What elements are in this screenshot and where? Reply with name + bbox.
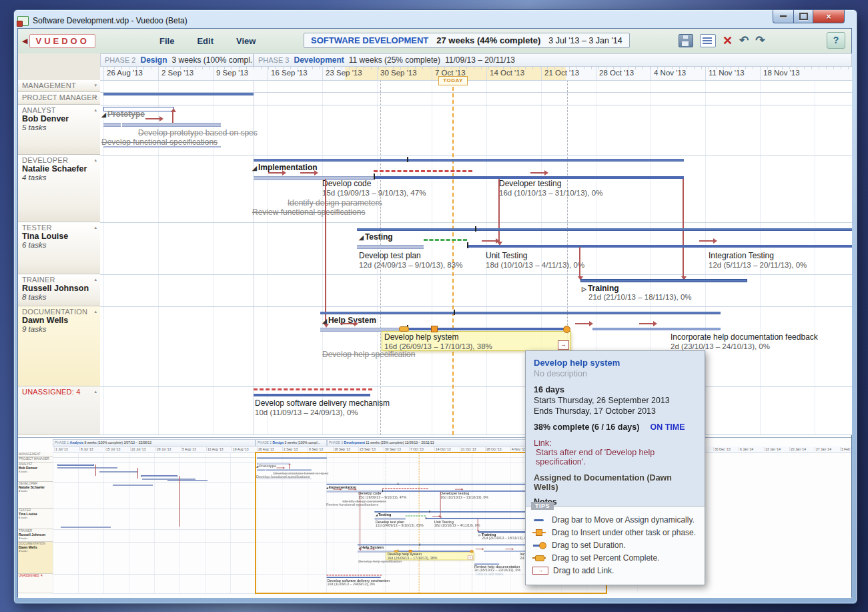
overview-sidebar-row: PROJECT MANAGER xyxy=(18,457,53,463)
tip-row: Drag to set Percent Complete. xyxy=(532,551,698,564)
dependency-line xyxy=(498,179,500,242)
chevron-up-icon[interactable]: ▴ xyxy=(94,389,97,394)
resource-task-count: 9 tasks xyxy=(22,325,96,333)
delete-icon[interactable]: ✕ xyxy=(723,35,733,47)
task-bar[interactable] xyxy=(580,279,747,282)
tooltip-status: ON TIME xyxy=(650,422,685,432)
overview-sidebar-row: TRAINERRussell Johnson8 tasks xyxy=(18,529,53,542)
overview-sidebar-row: MANAGEMENT xyxy=(18,452,53,457)
task-bar[interactable] xyxy=(357,228,852,230)
sidebar-row-analyst[interactable]: ANALYSTBob Denver5 tasks▴ xyxy=(18,105,100,155)
save-icon[interactable] xyxy=(679,34,693,47)
chevron-up-icon[interactable]: ▴ xyxy=(94,277,97,282)
task-bar[interactable] xyxy=(254,394,370,396)
close-icon: × xyxy=(826,11,831,21)
task-label: Incorporate help documentation feedback xyxy=(671,332,818,342)
expand-collapse-icon[interactable]: ◢ xyxy=(252,165,257,172)
phase-header-development[interactable]: PHASE 3 Development 11 weeks (25% comple… xyxy=(254,53,852,67)
task-bar[interactable] xyxy=(357,245,424,249)
expand-collapse-icon[interactable]: ◢ xyxy=(322,318,327,324)
overview-panel[interactable]: 1 Jul '138 Jul '1315 Jul '1322 Jul '1329… xyxy=(18,437,851,598)
task-bar[interactable] xyxy=(592,328,721,330)
sidebar-row-documentation[interactable]: DOCUMENTATIONDawn Wells9 tasks▴ xyxy=(18,306,100,386)
add-link-handle[interactable]: → xyxy=(558,340,569,350)
overview-section-line xyxy=(53,463,256,463)
insert-handle[interactable] xyxy=(431,326,438,332)
link-arrow-icon xyxy=(530,172,545,174)
expand-collapse-icon[interactable]: ◢ xyxy=(101,111,106,118)
expand-collapse-icon[interactable]: ◢ xyxy=(359,234,364,241)
percent-complete-handle[interactable] xyxy=(399,326,409,332)
phase-name: Design xyxy=(140,55,167,65)
sidebar-row-tester[interactable]: TESTERTina Louise6 tasks▴ xyxy=(18,222,100,274)
overview-week-label: 27 Jan '14 xyxy=(815,447,831,451)
week-column-header: 16 Sep '13 xyxy=(268,67,326,81)
timeline-header[interactable]: 26 Aug '132 Sep '139 Sep '1316 Sep '1323… xyxy=(100,67,852,81)
week-column-header: 30 Sep '13 xyxy=(377,67,435,81)
chevron-down-icon[interactable]: ▾ xyxy=(94,95,97,100)
task-label: Develop help system xyxy=(384,332,458,342)
collapse-left-icon[interactable]: ◀ xyxy=(22,37,27,45)
overview-section-line xyxy=(53,542,256,543)
task-bar[interactable] xyxy=(103,146,221,147)
resource-role: MANAGEMENT xyxy=(22,81,96,89)
phase-tag: PHASE 3 xyxy=(258,56,289,64)
task-bar[interactable] xyxy=(254,159,684,161)
chevron-up-icon[interactable]: ▴ xyxy=(94,158,97,163)
resource-role: PROJECT MANAGER xyxy=(19,457,52,461)
week-column-header: 11 Nov '13 xyxy=(705,67,763,81)
section-divider xyxy=(100,155,852,156)
task-bar[interactable] xyxy=(374,170,472,172)
chevron-up-icon[interactable]: ▴ xyxy=(94,225,97,230)
chevron-down-icon[interactable]: ▾ xyxy=(94,83,97,88)
menu-file[interactable]: File xyxy=(159,36,174,46)
section-divider xyxy=(100,222,852,223)
task-bar[interactable] xyxy=(254,388,372,390)
overview-gridline xyxy=(78,452,79,593)
task-bar[interactable] xyxy=(467,245,852,248)
overview-section-line xyxy=(53,529,256,530)
menu-view[interactable]: View xyxy=(236,36,256,46)
chevron-up-icon[interactable]: ▴ xyxy=(94,107,97,113)
overview-week-label: 19 Aug '13 xyxy=(232,447,248,451)
overview-week-label: 1 Jul '13 xyxy=(54,447,67,451)
maximize-button[interactable] xyxy=(794,10,813,23)
resource-task-count: 5 tasks xyxy=(19,470,52,473)
title-bar[interactable]: Software Development.vdp - Vuedoo (Beta) xyxy=(17,13,618,28)
app-logo[interactable]: ◀ VUEDOO xyxy=(22,34,95,48)
help-button[interactable]: ? xyxy=(827,32,845,49)
task-bar[interactable] xyxy=(103,93,254,95)
overview-week-label: 30 Dec '13 xyxy=(713,447,731,451)
overview-gridline xyxy=(103,452,104,593)
redo-icon[interactable]: ↷ xyxy=(755,35,765,47)
sidebar-row-developer[interactable]: DEVELOPERNatalie Schaefer4 tasks▴ xyxy=(18,155,100,222)
task-label: Unit Testing xyxy=(486,251,527,260)
task-bar[interactable] xyxy=(320,312,721,314)
gantt-chart[interactable]: ◢PrototypeDevelop prototype based on spe… xyxy=(100,80,852,435)
phase-header-design[interactable]: PHASE 2 Design 3 weeks (100% compl... xyxy=(100,53,254,67)
sidebar-row-project-manager[interactable]: PROJECT MANAGER▾ xyxy=(18,92,100,105)
expand-collapse-icon[interactable]: ▷ xyxy=(582,286,586,292)
today-line xyxy=(452,80,454,435)
duration-handle[interactable] xyxy=(563,326,570,333)
overview-week-label: 23 Sep '13 xyxy=(358,447,376,451)
tooltip-assigned: Assigned to Documentation (Dawn Wells) xyxy=(534,473,697,492)
chevron-up-icon[interactable]: ▴ xyxy=(94,309,97,314)
task-bar[interactable] xyxy=(424,239,467,241)
dependency-line xyxy=(579,247,580,277)
list-view-icon[interactable] xyxy=(700,34,716,47)
close-button[interactable]: × xyxy=(813,10,845,23)
resource-role: TESTER xyxy=(22,224,96,232)
task-bar[interactable] xyxy=(103,123,121,127)
menu-edit[interactable]: Edit xyxy=(197,36,213,46)
sidebar-row-trainer[interactable]: TRAINERRussell Johnson8 tasks▴ xyxy=(18,274,100,306)
overview-task-bar xyxy=(141,475,177,477)
sidebar-row-unassigned-[interactable]: UNASSIGNED: 4▴ xyxy=(18,386,100,434)
dependency-line xyxy=(172,111,173,123)
minimize-button[interactable] xyxy=(773,10,794,23)
resource-task-count: 9 tasks xyxy=(19,549,52,553)
task-bar[interactable] xyxy=(122,123,221,127)
undo-icon[interactable]: ↶ xyxy=(739,35,749,47)
project-summary-box[interactable]: SOFTWARE DEVELOPMENT 27 weeks (44% compl… xyxy=(304,33,630,48)
sidebar-row-management[interactable]: MANAGEMENT▾ xyxy=(18,80,100,92)
